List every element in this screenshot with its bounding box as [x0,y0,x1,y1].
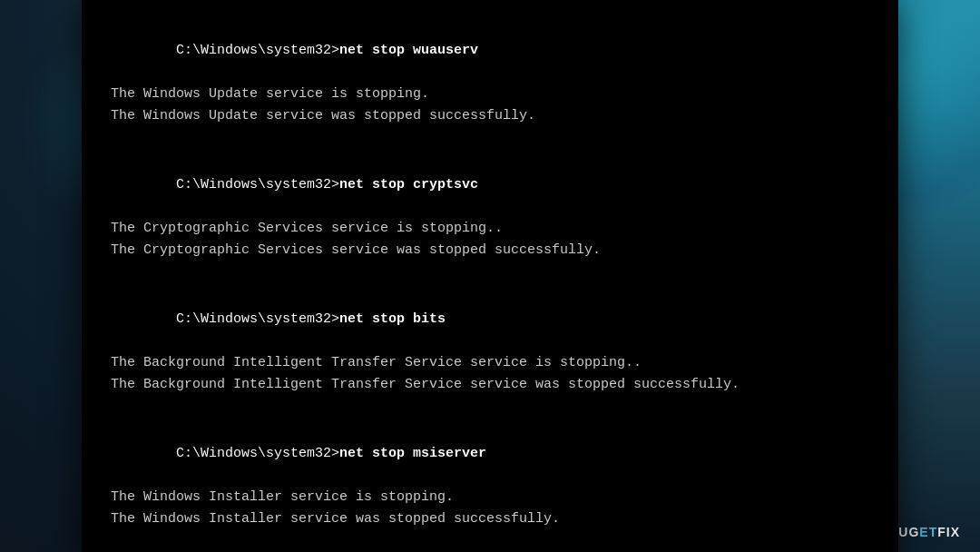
prompt-1: C:\Windows\system32> [176,43,339,58]
output-4-1: The Windows Installer service is stoppin… [111,487,869,508]
terminal-window: C:\Windows\system32>net stop wuauserv Th… [82,0,898,552]
command-line-1: C:\Windows\system32>net stop wuauserv [111,18,869,84]
watermark-et: ET [919,525,937,539]
prompt-3: C:\Windows\system32> [176,311,339,327]
output-3-2: The Background Intelligent Transfer Serv… [111,374,869,396]
command-text-4: net stop msiserver [339,446,486,461]
command-line-4: C:\Windows\system32>net stop msiserver [111,421,869,487]
output-2-2: The Cryptographic Services service was s… [111,240,869,261]
command-line-3: C:\Windows\system32>net stop bits [111,287,869,352]
output-3-1: The Background Intelligent Transfer Serv… [111,352,869,374]
prompt-2: C:\Windows\system32> [176,177,339,192]
watermark-ug: UG [898,525,919,539]
terminal-block-msiserver: C:\Windows\system32>net stop msiserver T… [111,421,869,530]
watermark-fix: FIX [937,525,960,539]
command-text-1: net stop wuauserv [339,43,478,58]
output-1-1: The Windows Update service is stopping. [111,84,869,105]
output-4-2: The Windows Installer service was stoppe… [111,508,869,530]
page-wrapper: C:\Windows\system32>net stop wuauserv Th… [0,0,980,552]
terminal-block-wuauserv: C:\Windows\system32>net stop wuauserv Th… [111,18,869,127]
watermark: UGETFIX [898,525,960,539]
prompt-4: C:\Windows\system32> [176,446,339,461]
command-line-2: C:\Windows\system32>net stop cryptsvc [111,153,869,218]
command-text-2: net stop cryptsvc [339,177,478,192]
terminal-block-cryptsvc: C:\Windows\system32>net stop cryptsvc Th… [111,153,869,261]
output-2-1: The Cryptographic Services service is st… [111,218,869,240]
command-text-3: net stop bits [339,311,446,327]
output-1-2: The Windows Update service was stopped s… [111,105,869,127]
terminal-block-bits: C:\Windows\system32>net stop bits The Ba… [111,287,869,396]
